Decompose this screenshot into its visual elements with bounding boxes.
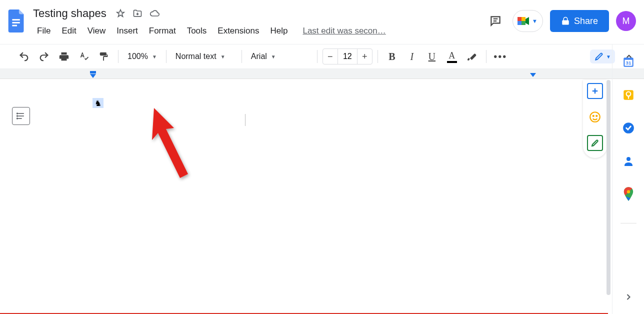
svg-rect-2 xyxy=(12,25,17,26)
share-button[interactable]: Share xyxy=(550,10,609,32)
selected-special-character[interactable]: ♞ xyxy=(92,98,104,108)
zoom-select[interactable]: 100%▼ xyxy=(124,48,161,66)
emoji-reaction-icon[interactable] xyxy=(587,109,603,125)
text-cursor xyxy=(245,114,246,126)
redo-icon[interactable] xyxy=(35,48,53,66)
show-outline-button[interactable] xyxy=(12,107,30,125)
suggest-edits-icon[interactable] xyxy=(587,135,603,151)
contacts-addon-icon[interactable] xyxy=(622,154,636,168)
svg-point-26 xyxy=(626,190,630,193)
header: Testing shapes File Edit View Insert For… xyxy=(0,0,644,44)
side-panel: 31 xyxy=(612,44,644,314)
underline-icon[interactable]: U xyxy=(423,48,441,66)
menu-format[interactable]: Format xyxy=(144,24,181,38)
svg-text:31: 31 xyxy=(626,60,631,66)
font-size-input[interactable] xyxy=(338,52,357,62)
highlight-icon[interactable] xyxy=(463,48,481,66)
zoom-value: 100% xyxy=(128,52,148,61)
svg-point-15 xyxy=(590,112,600,122)
menu-help[interactable]: Help xyxy=(265,24,292,38)
keep-addon-icon[interactable] xyxy=(622,88,636,102)
add-comment-icon[interactable] xyxy=(587,83,603,99)
spellcheck-icon[interactable] xyxy=(75,48,93,66)
maps-addon-icon[interactable] xyxy=(622,187,636,201)
bold-icon[interactable]: B xyxy=(383,48,401,66)
last-edit-link[interactable]: Last edit was secon… xyxy=(302,26,386,36)
horizontal-ruler[interactable] xyxy=(0,69,644,79)
editing-mode-button[interactable]: ▼ xyxy=(590,50,615,64)
doc-title[interactable]: Testing shapes xyxy=(30,6,110,21)
style-value: Normal text xyxy=(176,52,216,61)
svg-point-25 xyxy=(626,157,630,161)
inline-actions-panel xyxy=(583,80,607,158)
print-icon[interactable] xyxy=(55,48,73,66)
document-area: ♞ xyxy=(0,79,608,314)
star-icon[interactable] xyxy=(116,8,126,18)
docs-logo[interactable] xyxy=(4,4,30,38)
menu-edit[interactable]: Edit xyxy=(56,24,81,38)
text-color-icon[interactable]: A xyxy=(443,48,461,66)
toolbar: 100%▼ Normal text▼ Arial▼ − + B I U A ••… xyxy=(0,44,644,69)
open-comments-icon[interactable] xyxy=(486,11,506,31)
sidepanel-divider xyxy=(620,223,636,224)
chess-knight-icon: ♞ xyxy=(94,98,102,108)
calendar-addon-icon[interactable]: 31 xyxy=(622,55,636,69)
menu-extensions[interactable]: Extensions xyxy=(212,24,264,38)
svg-point-16 xyxy=(593,116,594,116)
font-value: Arial xyxy=(251,52,267,61)
svg-point-9 xyxy=(17,113,18,114)
paragraph-style-select[interactable]: Normal text▼ xyxy=(172,48,236,66)
svg-rect-1 xyxy=(12,22,20,24)
more-icon[interactable]: ••• xyxy=(492,48,510,66)
share-label: Share xyxy=(574,16,598,26)
menu-bar: File Edit View Insert Format Tools Exten… xyxy=(30,23,486,39)
scroll-thumb[interactable] xyxy=(606,80,610,295)
paint-format-icon[interactable] xyxy=(95,48,113,66)
cloud-status-icon[interactable] xyxy=(150,8,160,18)
svg-point-11 xyxy=(17,118,18,119)
hide-sidepanel-icon[interactable] xyxy=(622,290,636,304)
meet-button[interactable]: ▼ xyxy=(512,10,543,32)
right-indent-marker[interactable] xyxy=(530,73,536,77)
svg-rect-23 xyxy=(628,96,628,98)
move-icon[interactable] xyxy=(132,8,142,18)
fontsize-plus[interactable]: + xyxy=(357,49,372,64)
font-size-group: − + xyxy=(322,48,372,64)
svg-point-17 xyxy=(596,116,597,116)
account-avatar[interactable]: M xyxy=(616,11,636,31)
annotation-arrow xyxy=(130,104,200,194)
menu-insert[interactable]: Insert xyxy=(112,24,143,38)
undo-icon[interactable] xyxy=(15,48,33,66)
font-select[interactable]: Arial▼ xyxy=(247,48,312,66)
page-canvas[interactable]: ♞ xyxy=(40,79,608,314)
tasks-addon-icon[interactable] xyxy=(622,121,636,135)
svg-rect-0 xyxy=(12,19,20,20)
fontsize-minus[interactable]: − xyxy=(323,49,338,64)
vertical-scrollbar[interactable] xyxy=(605,80,612,311)
menu-view[interactable]: View xyxy=(82,24,111,38)
left-indent-marker[interactable] xyxy=(90,71,96,78)
svg-point-10 xyxy=(17,116,18,116)
italic-icon[interactable]: I xyxy=(403,48,421,66)
menu-tools[interactable]: Tools xyxy=(182,24,212,38)
svg-marker-12 xyxy=(152,108,188,178)
menu-file[interactable]: File xyxy=(32,24,56,38)
